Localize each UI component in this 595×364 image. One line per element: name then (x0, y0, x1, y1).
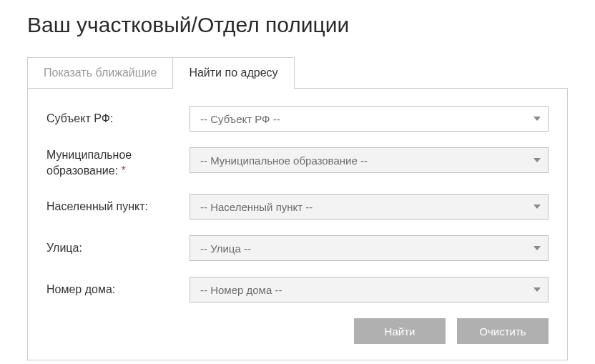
tab-nearest[interactable]: Показать ближайшие (27, 57, 173, 89)
label-house: Номер дома: (46, 282, 190, 297)
chevron-down-icon (533, 287, 541, 292)
required-mark: * (122, 164, 126, 177)
select-municipality[interactable]: -- Муниципальное образование -- (190, 147, 549, 173)
reset-button[interactable]: Очистить (457, 318, 549, 344)
tabs: Показать ближайшие Найти по адресу (27, 57, 568, 89)
select-municipality-value: -- Муниципальное образование -- (200, 154, 368, 167)
select-house[interactable]: -- Номер дома -- (190, 277, 549, 302)
page-title: Ваш участковый/Отдел полиции (27, 13, 568, 37)
chevron-down-icon (533, 246, 541, 250)
select-locality-value: -- Населенный пункт -- (200, 201, 313, 213)
label-street: Улица: (46, 240, 190, 256)
row-street: Улица: -- Улица -- (46, 235, 549, 261)
row-house: Номер дома: -- Номер дома -- (46, 277, 549, 302)
chevron-down-icon (533, 158, 541, 162)
label-municipality-text: Муниципальное образование: (46, 149, 132, 177)
label-municipality: Муниципальное образование: * (46, 147, 190, 178)
submit-button[interactable]: Найти (354, 318, 446, 344)
row-locality: Населенный пункт: -- Населенный пункт -- (46, 194, 549, 220)
search-panel: Субъект РФ: -- Субъект РФ -- Муниципальн… (27, 88, 568, 360)
select-subject-value: -- Субъект РФ -- (200, 113, 280, 125)
row-municipality: Муниципальное образование: * -- Муниципа… (46, 147, 549, 178)
select-locality[interactable]: -- Населенный пункт -- (190, 194, 549, 220)
select-subject[interactable]: -- Субъект РФ -- (190, 106, 549, 132)
actions: Найти Очистить (46, 318, 549, 344)
chevron-down-icon (533, 117, 541, 121)
tab-by-address[interactable]: Найти по адресу (173, 57, 294, 89)
chevron-down-icon (533, 205, 541, 209)
select-street[interactable]: -- Улица -- (190, 235, 549, 261)
label-locality: Населенный пункт: (46, 199, 190, 215)
select-house-value: -- Номер дома -- (200, 284, 282, 296)
label-subject: Субъект РФ: (46, 111, 190, 127)
row-subject: Субъект РФ: -- Субъект РФ -- (46, 106, 549, 132)
select-street-value: -- Улица -- (200, 242, 251, 255)
